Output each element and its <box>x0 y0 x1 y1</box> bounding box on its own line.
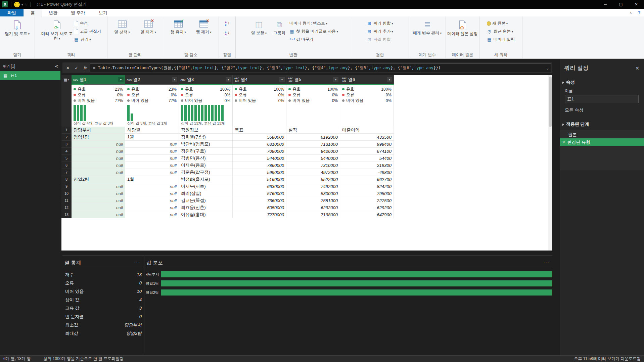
table-cell[interactable]: 이제우(종로) <box>179 162 233 169</box>
row-number[interactable]: 13 <box>61 211 72 218</box>
table-cell[interactable]: null <box>72 148 125 155</box>
collapse-ribbon-icon[interactable]: ∧ <box>630 11 632 14</box>
tab-add-column[interactable]: 열 추가 <box>64 9 92 16</box>
row-number[interactable]: 8 <box>61 176 72 183</box>
table-cell[interactable]: 직원정보 <box>179 127 233 134</box>
tab-view[interactable]: 보기 <box>92 9 114 16</box>
table-cell[interactable]: null <box>72 169 125 176</box>
manage-parameters-button[interactable]: ≣ 매개 변수 관리 <box>411 18 444 51</box>
help-icon[interactable]: ? <box>638 10 641 15</box>
table-cell[interactable]: 6192000 <box>286 134 340 141</box>
table-cell[interactable]: 7860000 <box>233 162 286 169</box>
table-menu-button[interactable]: ▦ ▾ <box>61 75 72 84</box>
table-cell[interactable]: null <box>125 204 179 211</box>
table-cell[interactable]: 54400 <box>340 155 394 162</box>
table-cell[interactable]: 김교은(뚝섬) <box>179 197 233 204</box>
table-cell[interactable]: 4972000 <box>286 169 340 176</box>
filter-dropdown-icon[interactable]: ▾ <box>387 77 392 82</box>
table-cell[interactable]: null <box>125 162 179 169</box>
row-number[interactable]: 1 <box>61 127 72 134</box>
table-cell[interactable]: 영업1팀 <box>72 134 125 141</box>
table-cell[interactable]: 5760000 <box>233 190 286 197</box>
table-cell[interactable]: 1월 <box>125 134 179 141</box>
table-cell[interactable]: 7131000 <box>286 141 340 148</box>
table-cell[interactable]: 674100 <box>340 148 394 155</box>
merge-queries-button[interactable]: ⊞ 쿼리 병합 <box>367 20 393 26</box>
table-cell[interactable]: null <box>125 148 179 155</box>
row-number[interactable]: 11 <box>61 197 72 204</box>
row-number[interactable]: 7 <box>61 169 72 176</box>
minimize-button[interactable]: ─ <box>598 0 613 9</box>
collapse-pane-icon[interactable]: < <box>55 64 58 69</box>
table-cell[interactable]: null <box>72 155 125 162</box>
split-column-button[interactable]: ◫ 열 분할 <box>248 18 269 51</box>
table-cell[interactable]: 647900 <box>340 211 394 218</box>
vertical-scrollbar[interactable] <box>548 75 552 251</box>
filter-dropdown-icon[interactable]: ▾ <box>279 77 285 82</box>
row-number[interactable]: 3 <box>61 141 72 148</box>
table-cell[interactable]: null <box>125 197 179 204</box>
applied-step-item[interactable]: 원본 <box>560 131 644 138</box>
table-cell[interactable]: 5522000 <box>286 176 340 183</box>
query-list-item-selected[interactable]: ▦ 표1 <box>0 71 60 80</box>
use-first-row-as-headers-button[interactable]: ▦ 첫 행을 머리글로 사용 <box>289 29 338 34</box>
distribution-bar[interactable] <box>161 280 552 286</box>
table-cell[interactable]: 실적 <box>286 127 340 134</box>
filter-dropdown-icon[interactable]: ▾ <box>172 77 177 82</box>
panel-menu-icon[interactable]: ··· <box>134 261 140 265</box>
table-cell[interactable]: null <box>125 155 179 162</box>
data-type-button[interactable]: 데이터 형식: 텍스트 <box>289 20 338 26</box>
table-cell[interactable]: 5440000 <box>233 155 286 162</box>
applied-steps-section-header[interactable]: 적용된 단계 <box>560 121 644 127</box>
table-cell[interactable]: 219300 <box>340 162 394 169</box>
formula-cancel-icon[interactable]: ✕ <box>64 64 72 72</box>
filter-dropdown-icon[interactable]: ▾ <box>226 77 231 82</box>
table-cell[interactable]: 5990000 <box>233 169 286 176</box>
row-number[interactable]: 4 <box>61 148 72 155</box>
new-source-button[interactable]: 새 원본 <box>487 20 515 26</box>
table-cell[interactable]: null <box>125 211 179 218</box>
table-cell[interactable]: 박단비(영등포) <box>179 141 233 148</box>
table-cell[interactable]: 매출이익 <box>340 127 394 134</box>
table-cell[interactable]: 6050000 <box>233 204 286 211</box>
table-cell[interactable]: -629200 <box>340 204 394 211</box>
table-cell[interactable]: null <box>72 197 125 204</box>
table-cell[interactable]: 6630000 <box>233 183 286 190</box>
table-cell[interactable]: 5440000 <box>286 155 340 162</box>
maximize-button[interactable]: ▢ <box>613 0 629 9</box>
table-cell[interactable]: 5300000 <box>286 190 340 197</box>
row-number[interactable]: 10 <box>61 190 72 197</box>
tab-transform[interactable]: 변환 <box>42 9 64 16</box>
table-cell[interactable]: 이서우(서초) <box>179 183 233 190</box>
filter-dropdown-icon[interactable]: ▾ <box>118 77 124 82</box>
table-cell[interactable]: 1월 <box>125 176 179 183</box>
table-cell[interactable]: 5680000 <box>233 134 286 141</box>
sort-ascending-button[interactable]: AZ↓ <box>225 21 230 27</box>
column-header-열6[interactable]: ABC123열6▾ <box>340 75 394 84</box>
close-button[interactable]: ✕ <box>629 0 644 9</box>
filter-dropdown-icon[interactable]: ▾ <box>333 77 338 82</box>
table-cell[interactable]: null <box>72 141 125 148</box>
table-cell[interactable]: 795000 <box>340 190 394 197</box>
table-cell[interactable]: 최리(잠실) <box>179 190 233 197</box>
quick-access-customize-icon[interactable]: ≂ <box>25 3 28 6</box>
scrollbar-thumb[interactable] <box>549 77 552 127</box>
column-header-열5[interactable]: ABC123열5▾ <box>286 75 340 84</box>
table-cell[interactable]: 김병민(용산) <box>179 155 233 162</box>
table-cell[interactable]: null <box>125 141 179 148</box>
delete-step-icon[interactable]: ✕ <box>562 140 565 144</box>
table-cell[interactable]: 이유림(홍대) <box>179 211 233 218</box>
formula-commit-icon[interactable]: ✓ <box>73 64 81 72</box>
smiley-feedback-icon[interactable] <box>14 2 20 7</box>
smiley-dropdown-icon[interactable]: ▾ <box>21 3 23 6</box>
formula-input[interactable]: = Table.TransformColumnTypes(원본,{{"열1", … <box>90 63 551 72</box>
table-cell[interactable]: 최효윤(신촌) <box>179 204 233 211</box>
table-cell[interactable]: 영업2팀 <box>72 176 125 183</box>
properties-section-header[interactable]: 속성 <box>560 79 644 85</box>
table-cell[interactable]: 7198000 <box>286 211 340 218</box>
panel-menu-icon[interactable]: ··· <box>544 261 550 265</box>
enter-data-button[interactable]: ▦ 데이터 입력 <box>487 37 515 42</box>
advanced-editor-button[interactable]: 고급 편집기 <box>74 29 101 34</box>
row-number[interactable]: 9 <box>61 183 72 190</box>
table-cell[interactable]: 227500 <box>340 197 394 204</box>
